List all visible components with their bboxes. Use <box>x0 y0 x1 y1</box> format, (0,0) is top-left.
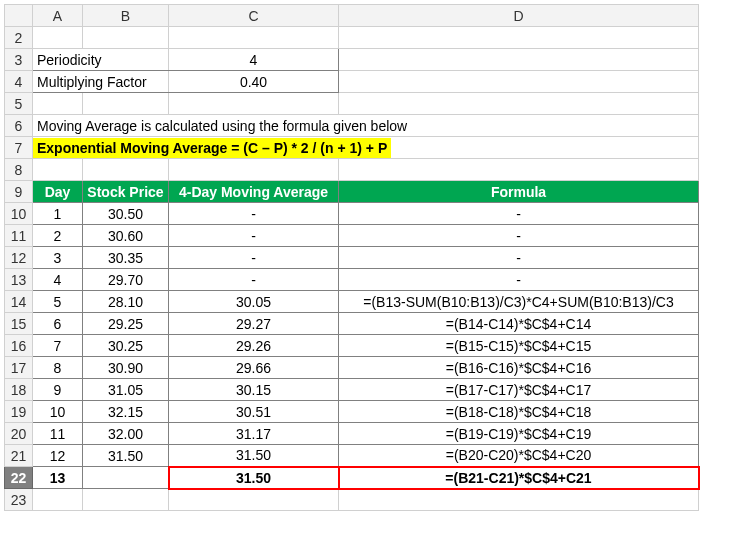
cell[interactable] <box>169 159 339 181</box>
highlight-cell[interactable]: Exponential Moving Average = (C – P) * 2… <box>33 137 699 159</box>
cell-mavg[interactable]: 31.50 <box>169 445 339 467</box>
header-price[interactable]: Stock Price <box>83 181 169 203</box>
cell-day[interactable]: 5 <box>33 291 83 313</box>
cell-mavg[interactable]: - <box>169 269 339 291</box>
row-header[interactable]: 18 <box>5 379 33 401</box>
cell-price[interactable]: 28.10 <box>83 291 169 313</box>
row-header-selected[interactable]: 22 <box>5 467 33 489</box>
row-header[interactable]: 10 <box>5 203 33 225</box>
cell-day[interactable]: 1 <box>33 203 83 225</box>
cell[interactable] <box>339 159 699 181</box>
cell[interactable] <box>339 49 699 71</box>
cell-price[interactable]: 31.50 <box>83 445 169 467</box>
cell-day[interactable]: 10 <box>33 401 83 423</box>
cell-formula[interactable]: =(B19-C19)*$C$4+C19 <box>339 423 699 445</box>
cell-mavg[interactable]: - <box>169 225 339 247</box>
result-day[interactable]: 13 <box>33 467 83 489</box>
cell[interactable] <box>83 93 169 115</box>
cell-mavg[interactable]: 29.66 <box>169 357 339 379</box>
cell-day[interactable]: 7 <box>33 335 83 357</box>
cell-price[interactable]: 30.35 <box>83 247 169 269</box>
row-header[interactable]: 11 <box>5 225 33 247</box>
cell-formula[interactable]: =(B20-C20)*$C$4+C20 <box>339 445 699 467</box>
cell-price[interactable]: 30.60 <box>83 225 169 247</box>
cell-formula[interactable]: - <box>339 225 699 247</box>
cell-formula[interactable]: - <box>339 247 699 269</box>
cell-price[interactable]: 30.90 <box>83 357 169 379</box>
col-header-c[interactable]: C <box>169 5 339 27</box>
cell-day[interactable]: 2 <box>33 225 83 247</box>
cell-mavg[interactable]: - <box>169 247 339 269</box>
cell-formula[interactable]: =(B18-C18)*$C$4+C18 <box>339 401 699 423</box>
col-header-a[interactable]: A <box>33 5 83 27</box>
select-all-corner[interactable] <box>5 5 33 27</box>
cell-price[interactable]: 31.05 <box>83 379 169 401</box>
factor-value[interactable]: 0.40 <box>169 71 339 93</box>
spreadsheet-grid[interactable]: A B C D 2 3 Periodicity 4 4 Multiplying … <box>4 4 700 511</box>
row-header[interactable]: 2 <box>5 27 33 49</box>
cell-formula[interactable]: - <box>339 203 699 225</box>
note-text[interactable]: Moving Average is calculated using the f… <box>33 115 699 137</box>
cell-day[interactable]: 8 <box>33 357 83 379</box>
row-header[interactable]: 21 <box>5 445 33 467</box>
cell[interactable] <box>169 93 339 115</box>
cell[interactable] <box>33 159 83 181</box>
row-header[interactable]: 17 <box>5 357 33 379</box>
row-header[interactable]: 5 <box>5 93 33 115</box>
cell-day[interactable]: 6 <box>33 313 83 335</box>
cell[interactable] <box>33 27 83 49</box>
cell[interactable] <box>169 27 339 49</box>
row-header[interactable]: 15 <box>5 313 33 335</box>
header-mavg[interactable]: 4-Day Moving Average <box>169 181 339 203</box>
cell-day[interactable]: 11 <box>33 423 83 445</box>
cell-formula[interactable]: =(B14-C14)*$C$4+C14 <box>339 313 699 335</box>
cell[interactable] <box>33 93 83 115</box>
cell-mavg[interactable]: 30.15 <box>169 379 339 401</box>
cell-price[interactable]: 32.15 <box>83 401 169 423</box>
cell-price[interactable]: 29.25 <box>83 313 169 335</box>
row-header[interactable]: 20 <box>5 423 33 445</box>
cell[interactable] <box>339 27 699 49</box>
factor-label[interactable]: Multiplying Factor <box>33 71 169 93</box>
result-formula[interactable]: =(B21-C21)*$C$4+C21 <box>339 467 699 489</box>
cell[interactable] <box>169 489 339 511</box>
cell-mavg[interactable]: 31.17 <box>169 423 339 445</box>
cell-mavg[interactable]: 29.27 <box>169 313 339 335</box>
cell-mavg[interactable]: 30.05 <box>169 291 339 313</box>
cell-formula[interactable]: =(B16-C16)*$C$4+C16 <box>339 357 699 379</box>
row-header[interactable]: 9 <box>5 181 33 203</box>
col-header-b[interactable]: B <box>83 5 169 27</box>
row-header[interactable]: 3 <box>5 49 33 71</box>
cell[interactable] <box>83 489 169 511</box>
row-header[interactable]: 23 <box>5 489 33 511</box>
cell[interactable] <box>339 489 699 511</box>
cell-day[interactable]: 12 <box>33 445 83 467</box>
cell[interactable] <box>339 93 699 115</box>
row-header[interactable]: 7 <box>5 137 33 159</box>
col-header-d[interactable]: D <box>339 5 699 27</box>
row-header[interactable]: 6 <box>5 115 33 137</box>
row-header[interactable]: 19 <box>5 401 33 423</box>
cell[interactable] <box>83 27 169 49</box>
periodicity-value[interactable]: 4 <box>169 49 339 71</box>
cell-formula[interactable]: =(B17-C17)*$C$4+C17 <box>339 379 699 401</box>
cell[interactable] <box>83 159 169 181</box>
cell-formula[interactable]: - <box>339 269 699 291</box>
cell-day[interactable]: 4 <box>33 269 83 291</box>
row-header[interactable]: 16 <box>5 335 33 357</box>
row-header[interactable]: 8 <box>5 159 33 181</box>
cell-price[interactable]: 30.25 <box>83 335 169 357</box>
cell-formula[interactable]: =(B15-C15)*$C$4+C15 <box>339 335 699 357</box>
cell-mavg[interactable]: 29.26 <box>169 335 339 357</box>
row-header[interactable]: 13 <box>5 269 33 291</box>
row-header[interactable]: 14 <box>5 291 33 313</box>
cell-day[interactable]: 3 <box>33 247 83 269</box>
cell[interactable] <box>339 71 699 93</box>
cell[interactable] <box>33 489 83 511</box>
cell-formula[interactable]: =(B13-SUM(B10:B13)/C3)*C4+SUM(B10:B13)/C… <box>339 291 699 313</box>
cell-price[interactable]: 32.00 <box>83 423 169 445</box>
periodicity-label[interactable]: Periodicity <box>33 49 169 71</box>
header-day[interactable]: Day <box>33 181 83 203</box>
row-header[interactable]: 12 <box>5 247 33 269</box>
cell-mavg[interactable]: 30.51 <box>169 401 339 423</box>
